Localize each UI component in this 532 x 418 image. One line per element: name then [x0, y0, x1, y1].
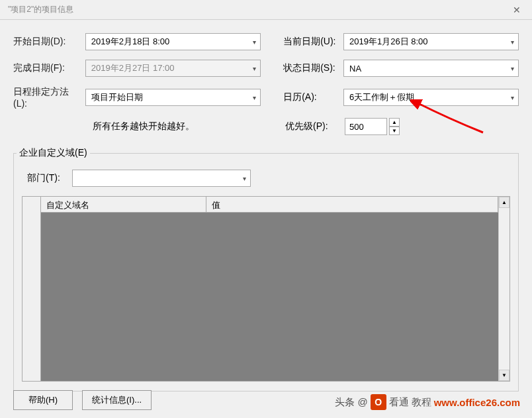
start-date-label: 开始日期(D): [13, 36, 79, 48]
close-button[interactable]: ✕ [507, 0, 527, 20]
chevron-down-icon: ▾ [511, 65, 514, 72]
grid-body [41, 213, 498, 381]
form-area: 开始日期(D): 2019年2月18日 8:00 ▾ 当前日期(U): 2019… [0, 20, 532, 147]
priority-label: 优先级(P): [285, 121, 345, 132]
grid-gutter [22, 197, 41, 381]
chevron-down-icon: ▾ [243, 175, 246, 182]
enterprise-fieldset: 企业自定义域(E) 部门(T): ▾ 自定义域名 值 ▲ ▼ [13, 147, 519, 392]
enterprise-legend: 企业自定义域(E) [17, 147, 90, 159]
current-date-combo[interactable]: 2019年1月26日 8:00 ▾ [343, 33, 519, 50]
status-date-combo[interactable]: NA ▾ [343, 60, 519, 77]
spin-up-button[interactable]: ▲ [389, 118, 400, 127]
chevron-down-icon: ▾ [253, 94, 256, 101]
current-date-value: 2019年1月26日 8:00 [349, 36, 428, 48]
vertical-scrollbar[interactable]: ▲ ▼ [498, 197, 510, 381]
chevron-down-icon: ▾ [253, 65, 256, 72]
scroll-up-icon[interactable]: ▲ [499, 197, 510, 208]
watermark-link: www.office26.com [434, 397, 520, 408]
statistics-button[interactable]: 统计信息(I)... [82, 390, 152, 410]
finish-date-combo: 2019年2月27日 17:00 ▾ [85, 60, 261, 77]
titlebar: "项目2"的项目信息 ✕ [0, 0, 532, 20]
status-date-label: 状态日期(S): [283, 62, 337, 74]
status-date-value: NA [349, 64, 361, 74]
help-button[interactable]: 帮助(H) [13, 390, 73, 410]
chevron-down-icon: ▾ [511, 38, 514, 46]
finish-date-value: 2019年2月27日 17:00 [91, 62, 175, 74]
scroll-down-icon[interactable]: ▼ [499, 370, 510, 381]
department-label: 部门(T): [27, 172, 67, 184]
watermark: 头条 @ O 看通 教程 www.office26.com [335, 394, 520, 410]
start-date-value: 2019年2月18日 8:00 [91, 36, 170, 48]
close-icon: ✕ [513, 5, 521, 15]
priority-spinner[interactable]: 500 ▲ ▼ [345, 118, 400, 135]
schedule-from-value: 项目开始日期 [91, 91, 143, 103]
chevron-down-icon: ▾ [253, 38, 256, 46]
window-title: "项目2"的项目信息 [8, 4, 73, 15]
calendar-combo[interactable]: 6天工作制＋假期 ▾ [343, 89, 519, 106]
current-date-label: 当前日期(U): [283, 36, 337, 48]
calendar-value: 6天工作制＋假期 [349, 91, 414, 103]
department-combo[interactable]: ▾ [72, 170, 251, 187]
schedule-hint: 所有任务越快开始越好。 [93, 121, 268, 132]
spin-down-button[interactable]: ▼ [389, 127, 400, 135]
calendar-label: 日历(A): [283, 91, 337, 103]
grid-header: 自定义域名 值 [41, 197, 498, 213]
finish-date-label: 完成日期(F): [13, 62, 79, 74]
schedule-from-label: 日程排定方法(L): [13, 86, 79, 109]
priority-input[interactable]: 500 [345, 118, 387, 135]
custom-fields-grid: 自定义域名 值 ▲ ▼ [22, 196, 510, 382]
col-header-name[interactable]: 自定义域名 [41, 197, 206, 212]
col-header-value[interactable]: 值 [206, 197, 498, 212]
schedule-from-combo[interactable]: 项目开始日期 ▾ [85, 89, 261, 106]
start-date-combo[interactable]: 2019年2月18日 8:00 ▾ [85, 33, 261, 50]
office-logo-icon: O [371, 394, 386, 410]
chevron-down-icon: ▾ [511, 94, 514, 101]
